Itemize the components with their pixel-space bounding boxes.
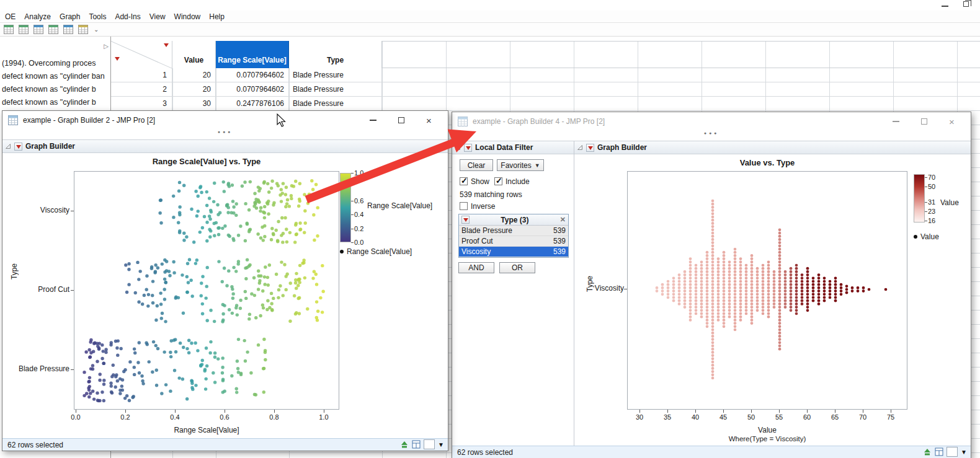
menu-item-oe[interactable]: OE [1,11,20,22]
x-tick-mark [723,410,724,413]
toolbar-overflow-icon[interactable]: ⌄ [94,26,99,33]
inverse-checkbox[interactable]: Inverse [460,201,495,211]
window-graph-builder-2[interactable]: example - Graph Builder 2 - JMP Pro [2] … [2,110,448,451]
annotate-icon[interactable] [78,24,89,35]
menu-item-graph[interactable]: Graph [55,11,84,22]
y-category-label: Viscosity [2,206,69,214]
drag-handle-dots[interactable]: ●●● [2,130,448,139]
summary-table-icon[interactable] [33,24,44,35]
graph-builder-header[interactable]: Graph Builder [2,139,448,153]
panel-title: Graph Builder [25,142,75,151]
chart1-plot-area[interactable] [74,171,339,410]
pane-collapse-icon[interactable]: ▷ [104,43,109,50]
script-icon[interactable] [63,24,74,35]
x-tick-label: 45 [714,413,733,421]
local-data-filter-header[interactable]: Local Data Filter [452,141,574,154]
menu-item-analyze[interactable]: Analyze [20,11,55,22]
window2-titlebar[interactable]: example - Graph Builder 4 - JMP Pro [2] … [452,112,971,131]
window2-minimize-button[interactable] [882,112,910,131]
checkbox-checked-icon[interactable] [460,177,468,185]
legend-dot-icon [914,235,917,239]
legend-tick-mark [925,221,927,221]
filter-item-blade-pressure[interactable]: Blade Pressure539 [459,226,568,236]
chart2-color-gradient-legend[interactable] [914,174,925,222]
window1-maximize-button[interactable] [387,111,415,130]
x-tick-label: 35 [658,413,677,421]
window2-maximize-button[interactable] [910,112,938,131]
legend-tick-mark [351,201,354,201]
table-row[interactable]: 1200.0707964602Blade Pressure [111,68,980,82]
table-corner-cell[interactable] [111,41,172,68]
scroll-to-top-icon[interactable] [923,447,932,456]
checkbox-checked-icon[interactable] [494,177,502,185]
x-tick-label: 40 [686,413,705,421]
dotplot-canvas [628,172,907,410]
formula-icon[interactable] [48,24,59,35]
window-grid-icon[interactable] [935,447,943,456]
table-row[interactable]: 2200.0707964602Blade Pressure [111,82,980,97]
new-data-table-icon[interactable] [3,24,14,35]
drag-handle-dots[interactable]: ●●● [452,131,971,141]
chart1-title: Range Scale[Value] vs. Type [74,157,339,166]
table-row[interactable]: 3300.2477876106Blade Pressure [111,97,980,111]
menu-item-add-ins[interactable]: Add-Ins [110,11,145,22]
x-tick-mark [639,410,640,413]
filter-item-viscosity[interactable]: Viscosity539 [459,247,568,257]
open-table-icon[interactable] [18,24,29,35]
and-button[interactable]: AND [458,262,494,273]
red-triangle-menu-icon[interactable] [14,143,22,151]
close-icon[interactable]: ✕ [560,216,566,224]
x-tick-mark [324,410,324,413]
or-button[interactable]: OR [499,262,535,273]
selection-box-icon[interactable] [947,447,958,457]
x-tick-label: 55 [770,413,788,421]
where-clause-text: Where(Type = Viscosity) [627,435,907,443]
red-triangle-menu-icon[interactable] [464,144,472,152]
filter-item-proof-cut[interactable]: Proof Cut539 [459,236,568,247]
column-header-value[interactable]: Value [172,41,216,68]
restore-icon[interactable] [963,1,969,7]
x-tick-mark [76,410,76,413]
legend-tick-mark [351,229,354,229]
selection-box-icon[interactable] [424,439,435,449]
row-number-cell: 3 [111,97,172,111]
checkbox-unchecked-icon[interactable] [460,202,468,210]
chart2-plot-area[interactable] [627,171,907,410]
red-triangle-menu-icon[interactable] [586,144,594,152]
window2-close-button[interactable]: × [938,112,966,131]
disclosure-triangle-icon[interactable] [455,144,461,151]
window1-close-button[interactable]: × [415,111,443,130]
filter-group-header[interactable]: Type (3) ✕ [459,214,568,226]
x-tick-mark [695,410,696,413]
disclosure-triangle-icon[interactable] [5,143,11,149]
column-header-range-scale[interactable]: Range Scale[Value] [216,41,289,68]
chart1-color-gradient-legend[interactable] [340,173,351,242]
columns-menu-icon[interactable] [164,43,169,47]
menu-item-window[interactable]: Window [170,11,205,22]
statusbar-dropdown-icon[interactable]: ▼ [961,449,967,456]
window1-minimize-button[interactable] [359,111,387,130]
clear-button[interactable]: Clear [460,159,493,171]
statusbar-dropdown-icon[interactable]: ▼ [438,441,444,448]
rows-menu-icon[interactable] [115,57,120,61]
include-checkbox[interactable]: Include [494,177,530,186]
red-triangle-menu-icon[interactable] [461,216,470,224]
window1-titlebar[interactable]: example - Graph Builder 2 - JMP Pro [2] … [2,111,448,130]
disclosure-triangle-icon[interactable] [577,144,583,151]
column-header-type[interactable]: Type [289,41,382,68]
chart2-x-axis-label: Value [627,426,907,434]
panel-title: Graph Builder [597,143,647,152]
graph-builder-header[interactable]: Graph Builder [574,141,971,154]
value-cell: 20 [172,68,216,82]
scroll-to-top-icon[interactable] [400,440,409,449]
window-grid-icon[interactable] [412,440,421,449]
local-data-filter-panel: Local Data Filter Clear Favorites ▼ Show… [452,141,574,446]
show-checkbox[interactable]: Show [460,177,489,186]
minimize-icon[interactable] [942,6,948,7]
x-tick-mark [125,410,126,413]
menu-item-help[interactable]: Help [205,11,229,22]
window-graph-builder-4[interactable]: example - Graph Builder 4 - JMP Pro [2] … [452,112,971,458]
menu-item-tools[interactable]: Tools [84,11,110,22]
favorites-button[interactable]: Favorites ▼ [497,159,544,171]
menu-item-view[interactable]: View [145,11,170,22]
